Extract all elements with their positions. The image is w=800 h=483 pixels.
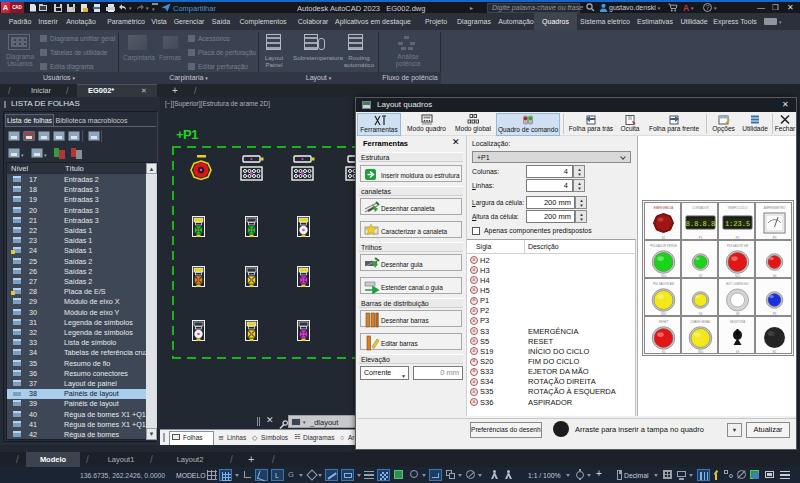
svg-text:S4: S4 — [773, 274, 777, 278]
svg-text:P6: P6 — [773, 312, 777, 316]
svg-text:CHAVE GERAL: CHAVE GERAL — [690, 320, 711, 324]
svg-text:S8: S8 — [736, 312, 740, 316]
svg-text:S9: S9 — [736, 350, 740, 354]
svg-text:S10: S10 — [661, 274, 667, 278]
svg-text:P3: P3 — [773, 236, 777, 240]
svg-text:B1: B1 — [773, 350, 777, 354]
svg-text:PULSADOR AM: PULSADOR AM — [653, 282, 674, 286]
svg-text:BOT. LUMINOSO: BOT. LUMINOSO — [726, 282, 749, 286]
svg-text:P2: P2 — [736, 236, 740, 240]
svg-text:RESET: RESET — [659, 320, 669, 324]
svg-text:S1: S1 — [662, 236, 666, 240]
svg-text:PULSADOR VM: PULSADOR VM — [727, 244, 749, 248]
svg-text:S2: S2 — [699, 274, 703, 278]
svg-text:PULSADOR VERDE: PULSADOR VERDE — [650, 244, 677, 248]
svg-text:1:23.5: 1:23.5 — [725, 220, 750, 228]
svg-text:8.8.8.8: 8.8.8.8 — [686, 220, 715, 228]
svg-text:AMPERIMETRO: AMPERIMETRO — [764, 206, 786, 210]
svg-text:S6: S6 — [699, 312, 703, 316]
svg-text:EMERGENCIA: EMERGENCIA — [654, 206, 674, 210]
svg-text:SELETORA: SELETORA — [730, 320, 745, 324]
svg-text:S50: S50 — [698, 350, 704, 354]
svg-text:S20: S20 — [735, 274, 741, 278]
svg-text:CONTADOR: CONTADOR — [692, 206, 708, 210]
svg-text:TEMPO CICLO: TEMPO CICLO — [728, 206, 749, 210]
svg-text:P1: P1 — [699, 236, 703, 240]
svg-text:S30: S30 — [661, 312, 667, 316]
svg-text:S5: S5 — [662, 350, 666, 354]
